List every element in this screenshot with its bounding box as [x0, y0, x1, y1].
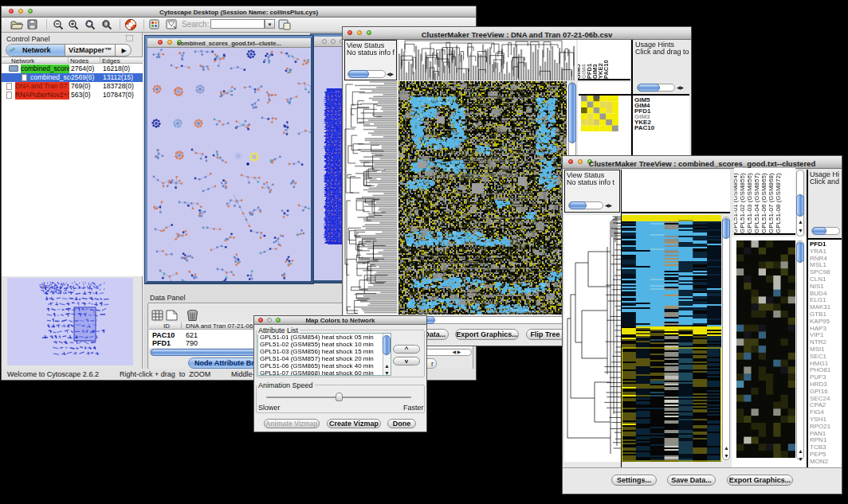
svg-text:1:1: 1:1 [104, 23, 108, 26]
